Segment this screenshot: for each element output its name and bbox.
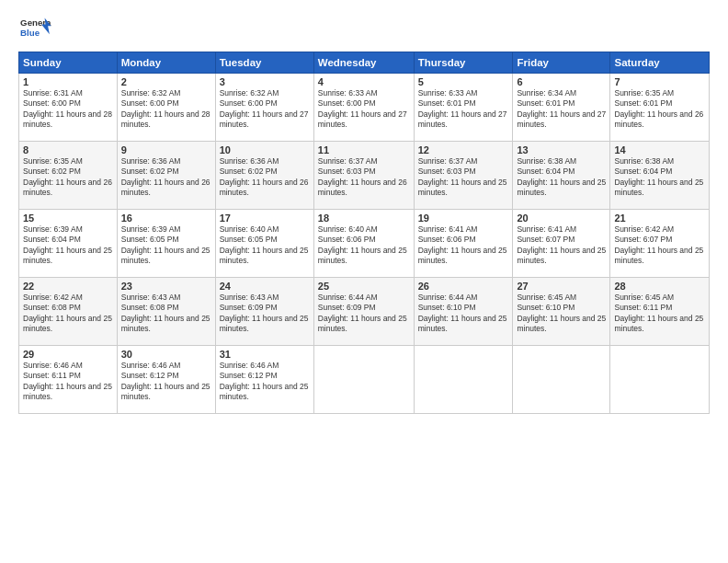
calendar-cell bbox=[610, 346, 710, 414]
day-number: 21 bbox=[614, 213, 705, 224]
day-number: 4 bbox=[318, 76, 410, 87]
day-number: 7 bbox=[614, 76, 705, 87]
calendar-header-row: SundayMondayTuesdayWednesdayThursdayFrid… bbox=[19, 52, 710, 74]
calendar-cell: 21Sunrise: 6:42 AMSunset: 6:07 PMDayligh… bbox=[610, 210, 710, 278]
day-info: Sunrise: 6:40 AMSunset: 6:05 PMDaylight:… bbox=[220, 224, 310, 267]
day-number: 12 bbox=[418, 144, 509, 155]
calendar-cell bbox=[313, 346, 414, 414]
day-number: 16 bbox=[121, 213, 211, 224]
day-info: Sunrise: 6:45 AMSunset: 6:10 PMDaylight:… bbox=[517, 293, 606, 335]
day-info: Sunrise: 6:32 AMSunset: 6:00 PMDaylight:… bbox=[121, 88, 211, 131]
day-number: 1 bbox=[23, 76, 113, 87]
day-number: 22 bbox=[23, 281, 113, 292]
calendar-cell: 17Sunrise: 6:40 AMSunset: 6:05 PMDayligh… bbox=[215, 210, 313, 278]
day-info: Sunrise: 6:44 AMSunset: 6:10 PMDaylight:… bbox=[418, 293, 509, 335]
day-info: Sunrise: 6:45 AMSunset: 6:11 PMDaylight:… bbox=[614, 293, 705, 335]
day-info: Sunrise: 6:46 AMSunset: 6:12 PMDaylight:… bbox=[220, 361, 310, 403]
calendar-cell: 6Sunrise: 6:34 AMSunset: 6:01 PMDaylight… bbox=[513, 74, 610, 142]
day-number: 6 bbox=[517, 76, 606, 87]
day-number: 15 bbox=[23, 213, 113, 224]
logo: General Blue bbox=[18, 15, 51, 42]
day-number: 9 bbox=[121, 144, 211, 155]
day-number: 13 bbox=[517, 144, 606, 155]
week-row-1: 8Sunrise: 6:35 AMSunset: 6:02 PMDaylight… bbox=[19, 142, 710, 210]
day-header-sunday: Sunday bbox=[19, 52, 118, 74]
week-row-2: 15Sunrise: 6:39 AMSunset: 6:04 PMDayligh… bbox=[19, 210, 710, 278]
day-info: Sunrise: 6:31 AMSunset: 6:00 PMDaylight:… bbox=[23, 88, 113, 131]
day-info: Sunrise: 6:32 AMSunset: 6:00 PMDaylight:… bbox=[220, 88, 310, 131]
week-row-3: 22Sunrise: 6:42 AMSunset: 6:08 PMDayligh… bbox=[19, 278, 710, 346]
calendar-cell: 25Sunrise: 6:44 AMSunset: 6:09 PMDayligh… bbox=[313, 278, 414, 346]
calendar-cell: 11Sunrise: 6:37 AMSunset: 6:03 PMDayligh… bbox=[313, 142, 414, 210]
day-info: Sunrise: 6:41 AMSunset: 6:06 PMDaylight:… bbox=[418, 224, 509, 267]
day-number: 5 bbox=[418, 76, 509, 87]
calendar-cell: 9Sunrise: 6:36 AMSunset: 6:02 PMDaylight… bbox=[117, 142, 215, 210]
calendar-cell: 30Sunrise: 6:46 AMSunset: 6:12 PMDayligh… bbox=[117, 346, 215, 414]
day-info: Sunrise: 6:41 AMSunset: 6:07 PMDaylight:… bbox=[517, 224, 606, 267]
day-info: Sunrise: 6:38 AMSunset: 6:04 PMDaylight:… bbox=[517, 156, 606, 199]
day-number: 14 bbox=[614, 144, 705, 155]
day-number: 11 bbox=[318, 144, 410, 155]
calendar-cell bbox=[513, 346, 610, 414]
day-number: 24 bbox=[220, 281, 310, 292]
calendar-cell: 23Sunrise: 6:43 AMSunset: 6:08 PMDayligh… bbox=[117, 278, 215, 346]
header: General Blue bbox=[18, 15, 710, 42]
calendar-cell: 12Sunrise: 6:37 AMSunset: 6:03 PMDayligh… bbox=[414, 142, 513, 210]
day-info: Sunrise: 6:46 AMSunset: 6:12 PMDaylight:… bbox=[121, 361, 211, 403]
day-info: Sunrise: 6:34 AMSunset: 6:01 PMDaylight:… bbox=[517, 88, 606, 131]
day-number: 23 bbox=[121, 281, 211, 292]
calendar-cell: 20Sunrise: 6:41 AMSunset: 6:07 PMDayligh… bbox=[513, 210, 610, 278]
day-number: 27 bbox=[517, 281, 606, 292]
day-number: 28 bbox=[614, 281, 705, 292]
day-header-thursday: Thursday bbox=[414, 52, 513, 74]
calendar-cell: 15Sunrise: 6:39 AMSunset: 6:04 PMDayligh… bbox=[19, 210, 118, 278]
day-info: Sunrise: 6:37 AMSunset: 6:03 PMDaylight:… bbox=[318, 156, 410, 199]
day-number: 31 bbox=[220, 349, 310, 360]
day-info: Sunrise: 6:33 AMSunset: 6:00 PMDaylight:… bbox=[318, 88, 410, 131]
calendar-cell: 29Sunrise: 6:46 AMSunset: 6:11 PMDayligh… bbox=[19, 346, 118, 414]
day-number: 8 bbox=[23, 144, 113, 155]
day-info: Sunrise: 6:38 AMSunset: 6:04 PMDaylight:… bbox=[614, 156, 705, 199]
calendar-cell: 3Sunrise: 6:32 AMSunset: 6:00 PMDaylight… bbox=[215, 74, 313, 142]
calendar-cell bbox=[414, 346, 513, 414]
calendar-table: SundayMondayTuesdayWednesdayThursdayFrid… bbox=[18, 52, 710, 414]
page: General Blue SundayMondayTuesdayWednesda… bbox=[0, 0, 728, 563]
day-number: 2 bbox=[121, 76, 211, 87]
day-info: Sunrise: 6:40 AMSunset: 6:06 PMDaylight:… bbox=[318, 224, 410, 267]
calendar-cell: 24Sunrise: 6:43 AMSunset: 6:09 PMDayligh… bbox=[215, 278, 313, 346]
week-row-0: 1Sunrise: 6:31 AMSunset: 6:00 PMDaylight… bbox=[19, 74, 710, 142]
day-info: Sunrise: 6:35 AMSunset: 6:01 PMDaylight:… bbox=[614, 88, 705, 131]
week-row-4: 29Sunrise: 6:46 AMSunset: 6:11 PMDayligh… bbox=[19, 346, 710, 414]
day-info: Sunrise: 6:39 AMSunset: 6:04 PMDaylight:… bbox=[23, 224, 113, 267]
calendar-cell: 31Sunrise: 6:46 AMSunset: 6:12 PMDayligh… bbox=[215, 346, 313, 414]
calendar-cell: 19Sunrise: 6:41 AMSunset: 6:06 PMDayligh… bbox=[414, 210, 513, 278]
day-info: Sunrise: 6:36 AMSunset: 6:02 PMDaylight:… bbox=[121, 156, 211, 199]
day-number: 10 bbox=[220, 144, 310, 155]
day-header-tuesday: Tuesday bbox=[215, 52, 313, 74]
calendar-cell: 7Sunrise: 6:35 AMSunset: 6:01 PMDaylight… bbox=[610, 74, 710, 142]
day-info: Sunrise: 6:39 AMSunset: 6:05 PMDaylight:… bbox=[121, 224, 211, 267]
day-number: 29 bbox=[23, 349, 113, 360]
day-info: Sunrise: 6:42 AMSunset: 6:08 PMDaylight:… bbox=[23, 293, 113, 335]
calendar-cell: 8Sunrise: 6:35 AMSunset: 6:02 PMDaylight… bbox=[19, 142, 118, 210]
calendar-cell: 2Sunrise: 6:32 AMSunset: 6:00 PMDaylight… bbox=[117, 74, 215, 142]
calendar-cell: 10Sunrise: 6:36 AMSunset: 6:02 PMDayligh… bbox=[215, 142, 313, 210]
day-info: Sunrise: 6:33 AMSunset: 6:01 PMDaylight:… bbox=[418, 88, 509, 131]
day-number: 20 bbox=[517, 213, 606, 224]
day-number: 17 bbox=[220, 213, 310, 224]
calendar-cell: 22Sunrise: 6:42 AMSunset: 6:08 PMDayligh… bbox=[19, 278, 118, 346]
calendar-cell: 26Sunrise: 6:44 AMSunset: 6:10 PMDayligh… bbox=[414, 278, 513, 346]
day-header-saturday: Saturday bbox=[610, 52, 710, 74]
day-info: Sunrise: 6:43 AMSunset: 6:08 PMDaylight:… bbox=[121, 293, 211, 335]
day-header-friday: Friday bbox=[513, 52, 610, 74]
calendar-cell: 18Sunrise: 6:40 AMSunset: 6:06 PMDayligh… bbox=[313, 210, 414, 278]
calendar-cell: 1Sunrise: 6:31 AMSunset: 6:00 PMDaylight… bbox=[19, 74, 118, 142]
day-info: Sunrise: 6:37 AMSunset: 6:03 PMDaylight:… bbox=[418, 156, 509, 199]
calendar-cell: 4Sunrise: 6:33 AMSunset: 6:00 PMDaylight… bbox=[313, 74, 414, 142]
day-info: Sunrise: 6:43 AMSunset: 6:09 PMDaylight:… bbox=[220, 293, 310, 335]
calendar-cell: 5Sunrise: 6:33 AMSunset: 6:01 PMDaylight… bbox=[414, 74, 513, 142]
day-number: 25 bbox=[318, 281, 410, 292]
day-info: Sunrise: 6:35 AMSunset: 6:02 PMDaylight:… bbox=[23, 156, 113, 199]
day-info: Sunrise: 6:36 AMSunset: 6:02 PMDaylight:… bbox=[220, 156, 310, 199]
svg-text:Blue: Blue bbox=[20, 28, 40, 38]
